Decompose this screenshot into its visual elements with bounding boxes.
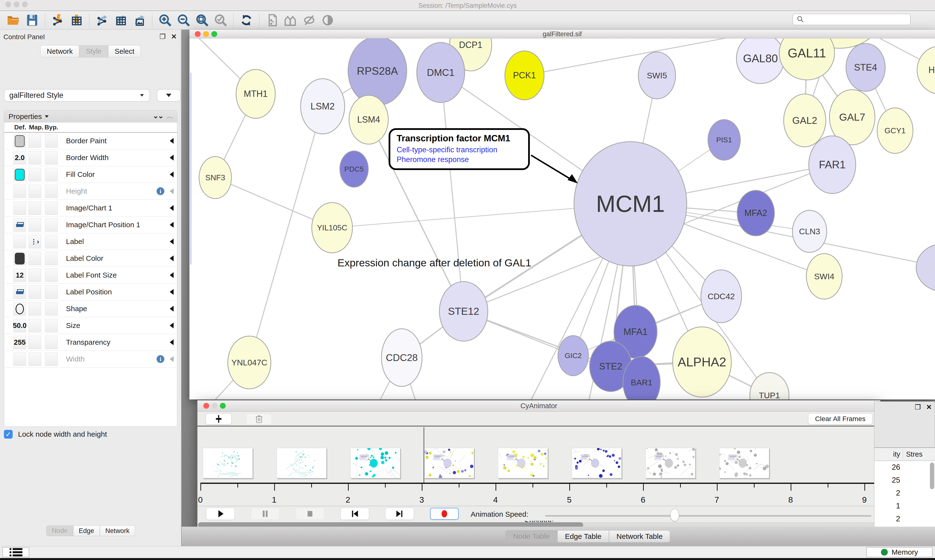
property-row-shape[interactable]: Shape: [4, 300, 177, 317]
property-row-label[interactable]: ⋮›Label: [4, 233, 177, 250]
network-node-gic2[interactable]: GIC2: [558, 335, 589, 376]
zoom-selected-button[interactable]: [213, 13, 228, 28]
network-node-ste12[interactable]: STE12: [439, 281, 488, 342]
expand-property-icon[interactable]: [170, 356, 174, 362]
default-value-cell[interactable]: 2.0: [13, 151, 26, 165]
vscrollbar-thumb[interactable]: [930, 462, 934, 489]
task-history-button[interactable]: [2, 547, 29, 557]
mapping-cell[interactable]: [28, 134, 41, 148]
network-canvas[interactable]: DCP1RPS28ADMC1PCK1MTH1LSM2LSM4SWI5GAL80G…: [190, 38, 935, 400]
default-value-cell[interactable]: 12: [13, 269, 26, 282]
network-node-rps28a[interactable]: RPS28A: [348, 38, 407, 106]
network-node-pck1[interactable]: PCK1: [505, 51, 545, 100]
skip-end-button[interactable]: [385, 508, 414, 520]
network-node-mcm1[interactable]: MCM1: [574, 142, 687, 266]
style-select[interactable]: galFiltered Style: [4, 89, 150, 102]
bypass-cell[interactable]: [45, 235, 58, 248]
mapping-cell[interactable]: [28, 202, 41, 215]
expand-property-icon[interactable]: [170, 171, 174, 177]
network-node-snf3[interactable]: SNF3: [199, 156, 232, 199]
table-row[interactable]: 26: [874, 461, 935, 474]
default-value-cell[interactable]: 255: [13, 336, 26, 349]
record-button[interactable]: [430, 508, 459, 520]
expand-property-icon[interactable]: [170, 289, 174, 295]
network-node-alpha2[interactable]: ALPHA2: [672, 326, 732, 397]
panel-tab-edge[interactable]: Edge: [73, 525, 100, 536]
bypass-cell[interactable]: [45, 218, 58, 232]
hide-selected-button[interactable]: [301, 13, 317, 28]
close-panel-icon[interactable]: ✕: [171, 32, 177, 41]
network-node-pis1[interactable]: PIS1: [708, 119, 741, 160]
lock-size-checkbox[interactable]: ✓: [4, 430, 13, 438]
property-row-height[interactable]: Heighti: [4, 183, 177, 200]
play-button[interactable]: [206, 508, 235, 520]
refresh-layout-button[interactable]: [238, 13, 255, 28]
bypass-cell[interactable]: [45, 185, 58, 198]
bypass-cell[interactable]: [45, 252, 58, 265]
default-value-cell[interactable]: [13, 185, 26, 198]
network-node-cdc42[interactable]: CDC42: [700, 269, 742, 323]
property-row-width[interactable]: Widthi: [4, 351, 177, 368]
property-row-image-chart-position-1[interactable]: Image/Chart Position 1: [4, 217, 177, 233]
network-node-gal2[interactable]: GAL2: [783, 94, 826, 147]
skip-start-button[interactable]: [340, 508, 369, 520]
bypass-cell[interactable]: [45, 168, 58, 181]
network-node-ste4[interactable]: STE4: [846, 43, 886, 92]
mapping-cell[interactable]: [28, 185, 41, 198]
info-icon[interactable]: i: [157, 187, 164, 195]
expand-property-icon[interactable]: [170, 155, 174, 160]
close-panel-icon[interactable]: ✕: [926, 403, 932, 411]
property-row-border-width[interactable]: 2.0Border Width: [4, 149, 177, 166]
panel-tab-network[interactable]: Network: [100, 525, 135, 536]
bypass-cell[interactable]: [45, 151, 58, 165]
network-node-swi5[interactable]: SWI5: [638, 52, 676, 99]
open-folder-button[interactable]: [6, 13, 22, 28]
mapping-cell[interactable]: [28, 168, 41, 181]
mapping-cell[interactable]: [28, 352, 41, 366]
mapping-cell[interactable]: [28, 151, 41, 165]
float-panel-icon[interactable]: ❐: [159, 32, 165, 41]
float-panel-icon[interactable]: ❐: [915, 403, 921, 411]
network-node-pdc5[interactable]: PDC5: [339, 151, 369, 188]
frame-thumbnail-5[interactable]: [498, 448, 548, 478]
frame-thumbnail-7[interactable]: [645, 448, 696, 478]
default-value-cell[interactable]: [13, 218, 26, 232]
network-node-lsm4[interactable]: LSM4: [349, 95, 389, 145]
bypass-cell[interactable]: [45, 352, 58, 366]
frame-thumbnail-8[interactable]: [719, 448, 769, 478]
frame-thumbnail-3[interactable]: [350, 448, 400, 478]
default-value-cell[interactable]: [13, 285, 26, 299]
network-window-titlebar[interactable]: galFiltered.sif: [190, 30, 935, 38]
default-value-cell[interactable]: 50.0: [13, 319, 26, 332]
default-value-cell[interactable]: [13, 202, 26, 215]
results-table-header[interactable]: ity Stres: [874, 448, 935, 461]
canvas-scrollbar[interactable]: [190, 72, 191, 265]
tab-node-table[interactable]: Node Table: [506, 530, 557, 543]
clear-all-frames-button[interactable]: Clear All Frames: [808, 413, 872, 425]
export-table-button[interactable]: [113, 13, 129, 28]
property-row-border-paint[interactable]: Border Paint: [4, 132, 177, 149]
network-node-yil105c[interactable]: YIL105C: [312, 202, 353, 253]
speed-slider-thumb[interactable]: [670, 509, 679, 521]
table-row[interactable]: 2: [874, 487, 935, 500]
frame-thumbnail-1[interactable]: [203, 448, 253, 478]
tab-select[interactable]: Select: [108, 45, 141, 57]
expand-property-icon[interactable]: [170, 323, 174, 328]
cyanimator-titlebar[interactable]: CyAnimator: [197, 400, 880, 412]
tab-network-table[interactable]: Network Table: [609, 530, 670, 543]
default-value-cell[interactable]: [13, 302, 26, 315]
network-node-mfa2[interactable]: MFA2: [737, 190, 775, 236]
property-row-image-chart-1[interactable]: Image/Chart 1: [4, 200, 177, 217]
default-value-cell[interactable]: [13, 352, 26, 366]
zoom-fit-button[interactable]: [194, 13, 210, 28]
timeline-area[interactable]: Seconds 0123456789: [197, 426, 880, 506]
mapping-cell[interactable]: [28, 269, 41, 282]
network-node-cdc28[interactable]: CDC28: [381, 328, 423, 387]
expand-property-icon[interactable]: [170, 205, 174, 211]
network-node-mth1[interactable]: MTH1: [236, 69, 276, 119]
property-row-label-font-size[interactable]: 12Label Font Size: [4, 267, 177, 284]
mapping-cell[interactable]: [28, 336, 41, 349]
table-row[interactable]: 25: [874, 474, 935, 487]
default-value-cell[interactable]: [13, 134, 26, 148]
expand-all-icon[interactable]: ⌄⌄: [153, 111, 163, 122]
